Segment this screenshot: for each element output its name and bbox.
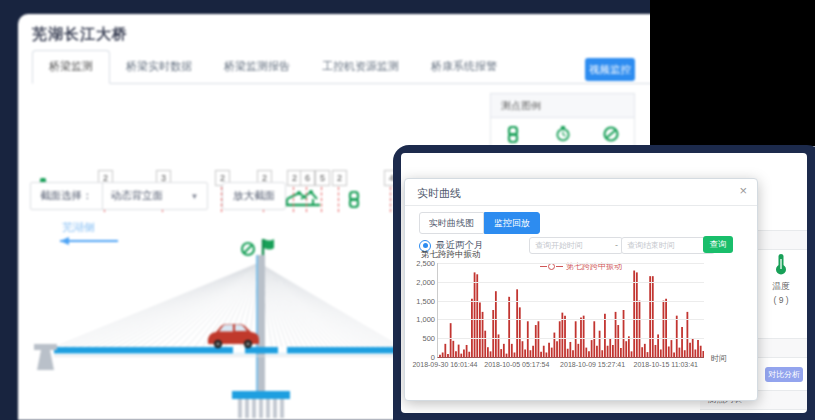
legend-panel-title: 测点图例 [491,94,634,118]
query-button[interactable]: 查询 [703,236,733,253]
sensor-count-badge: 2 [332,170,347,186]
tower-edge [256,255,258,393]
direction-arrow-head [60,237,69,245]
vibration-series [438,263,704,357]
query-end-input[interactable] [621,237,715,254]
gridline [438,282,704,283]
y-tick-label: 2,500 [409,259,435,268]
zoom-section-button[interactable]: 放大截面 [222,182,286,210]
x-tick-label: 2018-10-05 05:17:54 [484,361,549,368]
temperature-label: 温度 [758,281,804,293]
temperature-count: ( 9 ) [758,295,804,305]
video-monitor-button[interactable]: 视频监控 [585,58,635,81]
main-tab-4[interactable]: 桥康系统报警 [415,51,513,83]
tower-mast [258,255,265,393]
y-tick-label: 1,000 [409,315,435,324]
sensor-count-badge: 6 [300,170,315,186]
main-tab-2[interactable]: 桥梁监测报告 [208,51,306,83]
main-tab-3[interactable]: 工控机资源监测 [306,51,415,83]
section-select-value: 动态背立面 [111,189,164,203]
close-icon[interactable]: × [739,184,747,197]
y-tick-label: 500 [409,334,435,343]
main-tab-1[interactable]: 桥梁实时数据 [110,51,208,83]
alarm-dash-line [338,187,339,212]
modal-tab-bar: 实时曲线图监控回放 [419,212,540,234]
temperature-sensor-item[interactable]: 温度 ( 9 ) [758,253,804,305]
section-select-group: 截面选择： 动态背立面 ▼ [30,182,208,210]
chevron-down-icon: ▼ [191,192,199,201]
modal-header: 实时曲线 × [405,179,757,206]
y-tick-label: 2,000 [409,277,435,286]
x-tick-label: 2018-09-30 16:01:44 [412,361,477,368]
gridline [438,338,704,339]
compare-analysis-button[interactable]: 对比分析 [765,367,803,382]
chart-plot-area [437,263,704,358]
y-tick-label: 1,500 [409,296,435,305]
x-tick-label: 2018-10-15 11:03:41 [634,361,698,368]
modal-tab-1[interactable]: 监控回放 [484,212,540,234]
clock-icon [555,126,571,142]
bridge-side-label: 芜湖侧 [62,221,95,233]
alarm-dash-line [390,187,391,212]
piles [238,399,284,418]
section-select-dropdown[interactable]: 动态背立面 ▼ [102,183,207,209]
alarm-dash-line [321,187,322,212]
no-entry-icon [603,126,619,142]
deck-gap [278,347,287,354]
thermometer-icon [774,253,788,275]
modal-title: 实时曲线 [417,186,461,201]
gridline [438,263,704,264]
modal-tab-0[interactable]: 实时曲线图 [419,212,484,234]
no-entry-icon[interactable] [242,243,254,255]
alarm-dash-line [306,187,307,212]
section-select-label: 截面选择： [31,183,102,209]
x-tick-label: 2018-10-09 15:27:41 [560,361,625,368]
page-title: 芜湖长江大桥 [32,25,128,44]
desktop: 芜湖长江大桥 桥梁监测桥梁实时数据桥梁监测报告工控机资源监测桥康系统报警 视频监… [0,0,815,420]
x-axis-title: 时间 [711,353,727,364]
realtime-curve-modal: 实时曲线 × 实时曲线图监控回放 最近两个月 - 查询 第七跨跨中振动 第七跨跨… [404,178,758,401]
link-icon [507,126,519,143]
query-start-input[interactable] [529,237,623,254]
gridline [438,301,704,302]
alarm-dash-line [293,187,294,212]
link-icon[interactable] [348,191,360,208]
bridge-diagram: 芜湖侧 [20,213,402,420]
pile-cap [232,391,290,399]
deck-gap [233,347,245,354]
abutment [34,344,57,370]
gridline [438,319,704,320]
main-tab-0[interactable]: 桥梁监测 [32,50,110,84]
black-panel [650,0,815,146]
date-separator: - [615,240,618,250]
sensor-count-badge: 5 [315,170,330,186]
main-tab-bar: 桥梁监测桥梁实时数据桥梁监测报告工控机资源监测桥康系统报警 [32,52,652,84]
flag-icon[interactable] [263,239,274,255]
bridge-deck [54,347,400,354]
